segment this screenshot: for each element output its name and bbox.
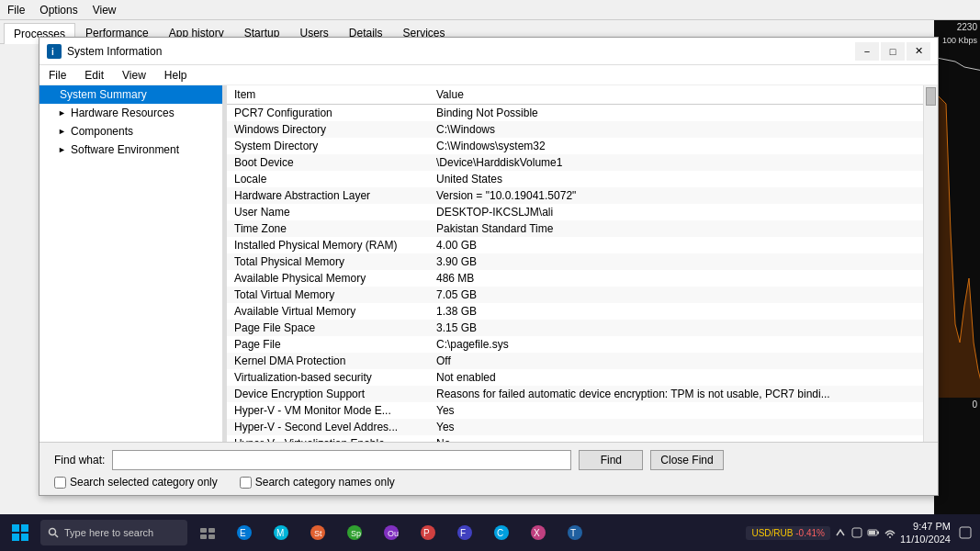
svg-rect-13	[200, 528, 207, 533]
performance-graph	[937, 49, 980, 398]
table-row: Hyper-V - VM Monitor Mode E...Yes	[227, 402, 923, 419]
tm-menu-view[interactable]: View	[93, 4, 117, 17]
taskbar-icon-3[interactable]: St	[301, 516, 334, 549]
minimize-button[interactable]: −	[855, 42, 879, 61]
maximize-button[interactable]: □	[881, 42, 905, 61]
graph-value-kbps: 100 Kbps	[937, 36, 977, 45]
taskbar-icon-5[interactable]: Ou	[375, 516, 408, 549]
tm-menu-options[interactable]: Options	[39, 4, 77, 17]
tree-item-software-env[interactable]: ► Software Environment	[39, 141, 222, 159]
table-cell-item: Installed Physical Memory (RAM)	[227, 237, 429, 253]
svg-point-41	[889, 536, 891, 538]
find-button[interactable]: Find	[579, 450, 643, 470]
table-cell-item: Available Physical Memory	[227, 270, 429, 287]
search-category-checkbox[interactable]	[54, 477, 66, 489]
table-row: Hardware Abstraction LayerVersion = "10.…	[227, 187, 923, 204]
table-cell-value: 486 MB	[429, 270, 923, 287]
table-cell-item: Page File Space	[227, 320, 429, 336]
table-cell-value: Not enabled	[429, 369, 923, 386]
scrollbar-thumb[interactable]	[926, 87, 936, 106]
table-row: Windows DirectoryC:\Windows	[227, 121, 923, 138]
svg-rect-8	[21, 524, 28, 532]
window-title: System Information	[67, 45, 162, 58]
notification-button[interactable]	[954, 516, 976, 549]
table-cell-value: Yes	[429, 402, 923, 419]
table-row: System DirectoryC:\Windows\system32	[227, 138, 923, 154]
taskbar-icon-7[interactable]: F	[448, 516, 481, 549]
svg-text:M: M	[276, 528, 284, 538]
main-content: System Summary ► Hardware Resources ► Co…	[39, 85, 938, 442]
table-cell-value: C:\pagefile.sys	[429, 336, 923, 353]
col-header-value: Value	[429, 85, 923, 105]
scrollbar[interactable]	[923, 85, 938, 442]
taskbar-app-icon-8: C	[492, 523, 511, 542]
taskbar-icon-10[interactable]: T	[558, 516, 591, 549]
search-category-checkbox-label[interactable]: Search selected category only	[54, 476, 218, 489]
search-names-label: Search category names only	[255, 476, 395, 489]
find-what-label: Find what:	[54, 454, 105, 467]
table-cell-value: C:\Windows\system32	[429, 138, 923, 154]
taskbar-icon-4[interactable]: Sp	[338, 516, 371, 549]
notification-icon[interactable]	[850, 526, 863, 539]
table-cell-item: Kernel DMA Protection	[227, 353, 429, 369]
table-row: Page FileC:\pagefile.sys	[227, 336, 923, 353]
notification-bell-icon	[958, 525, 973, 540]
taskbar: Type here to search E M	[0, 514, 980, 551]
table-cell-value: 3.90 GB	[429, 253, 923, 270]
table-cell-item: Total Physical Memory	[227, 253, 429, 270]
currency-indicator[interactable]: USD/RUB -0.41%	[746, 526, 829, 540]
taskbar-icon-6[interactable]: P	[411, 516, 445, 549]
svg-rect-37	[852, 528, 862, 537]
taskbar-search-icon	[48, 527, 59, 538]
taskbar-search[interactable]: Type here to search	[40, 520, 187, 545]
menu-edit[interactable]: Edit	[79, 67, 109, 84]
table-cell-value: Yes	[429, 419, 923, 435]
wifi-icon[interactable]	[884, 526, 896, 539]
table-cell-item: Time Zone	[227, 220, 429, 237]
taskbar-app-icon-2: M	[272, 523, 290, 542]
table-cell-value: 7.05 GB	[429, 287, 923, 303]
table-cell-value: Binding Not Possible	[429, 105, 923, 122]
table-row: Hyper-V - Virtualization Enable...No	[227, 435, 923, 442]
taskbar-icon-2[interactable]: M	[265, 516, 298, 549]
close-find-button[interactable]: Close Find	[650, 450, 723, 470]
sysinfo-menubar: File Edit View Help	[39, 65, 938, 85]
tree-label-software-env: Software Environment	[71, 143, 179, 156]
table-row: Virtualization-based securityNot enabled	[227, 369, 923, 386]
tree-item-components[interactable]: ► Components	[39, 122, 222, 141]
table-row: Total Virtual Memory7.05 GB	[227, 287, 923, 303]
table-cell-item: Available Virtual Memory	[227, 303, 429, 320]
col-header-item: Item	[227, 85, 429, 105]
svg-text:X: X	[534, 528, 540, 538]
table-cell-value: Version = "10.0.19041.5072"	[429, 187, 923, 204]
chevron-up-tray-icon[interactable]	[834, 526, 847, 539]
search-names-checkbox-label[interactable]: Search category names only	[240, 476, 395, 489]
search-names-checkbox[interactable]	[240, 477, 252, 489]
menu-help[interactable]: Help	[159, 67, 193, 84]
tm-menu-file[interactable]: File	[7, 4, 25, 17]
menu-file[interactable]: File	[43, 67, 72, 84]
taskbar-icon-8[interactable]: C	[485, 516, 518, 549]
start-button[interactable]	[4, 516, 37, 549]
tree-item-system-summary[interactable]: System Summary	[39, 85, 222, 104]
info-panel[interactable]: Item Value PCR7 ConfigurationBinding Not…	[227, 85, 923, 442]
tray-icons	[834, 526, 896, 539]
search-input[interactable]	[112, 450, 571, 470]
battery-icon[interactable]	[867, 526, 880, 539]
taskbar-icon-9[interactable]: X	[522, 516, 555, 549]
expander-icon-sw: ►	[58, 145, 67, 154]
svg-text:P: P	[423, 528, 430, 538]
table-row: Installed Physical Memory (RAM)4.00 GB	[227, 237, 923, 253]
svg-text:C: C	[497, 528, 503, 538]
taskbar-clock[interactable]: 9:47 PM 11/10/2024	[900, 520, 951, 546]
table-cell-item: Hyper-V - Virtualization Enable...	[227, 435, 429, 442]
close-button[interactable]: ✕	[907, 42, 930, 61]
menu-view[interactable]: View	[117, 67, 152, 84]
taskview-button[interactable]	[191, 516, 224, 549]
svg-rect-15	[200, 534, 207, 539]
tree-item-hardware-resources[interactable]: ► Hardware Resources	[39, 104, 222, 122]
table-cell-value: 3.15 GB	[429, 320, 923, 336]
svg-point-11	[50, 529, 56, 535]
taskbar-icon-1[interactable]: E	[228, 516, 261, 549]
taskbar-date-display: 11/10/2024	[900, 533, 951, 545]
